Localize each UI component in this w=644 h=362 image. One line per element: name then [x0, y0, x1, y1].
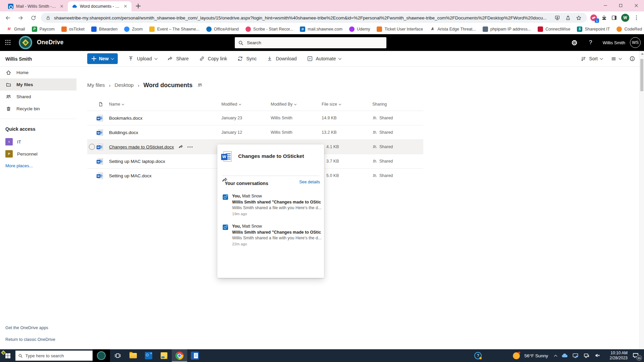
see-details-link[interactable]: See details [299, 180, 320, 184]
row-share-icon[interactable] [178, 144, 183, 149]
sharing-cell[interactable]: Shared [372, 173, 423, 178]
new-tab-button[interactable] [133, 1, 143, 11]
bookmark-codered[interactable]: CodeRed [613, 25, 644, 33]
conversation-item[interactable]: You, Matt Snow Willis Smith shared "Chan… [223, 193, 321, 220]
taskbar-search-box[interactable] [15, 351, 93, 361]
bookmark-connectwise[interactable]: ConnectWise [535, 25, 573, 33]
scroll-up-icon[interactable] [641, 53, 644, 55]
minimize-button[interactable] [598, 0, 613, 11]
hidden-icons-chevron[interactable] [554, 355, 557, 358]
bookmark-osticket[interactable]: osTicket [58, 25, 88, 33]
sidebar-item-recycle-bin[interactable]: Recycle bin [0, 103, 76, 115]
onedrive-search-box[interactable] [235, 37, 386, 48]
info-icon[interactable] [629, 56, 635, 62]
scrollbar-thumb[interactable] [640, 59, 643, 91]
get-onedrive-apps-link[interactable]: Get the OneDrive apps [0, 325, 76, 330]
help-icon[interactable]: ? [584, 34, 597, 51]
account-avatar[interactable]: WS [630, 37, 641, 48]
taskbar-search-input[interactable] [25, 353, 90, 358]
column-header-modified[interactable]: Modified [221, 102, 271, 107]
browser-profile-avatar[interactable]: W [621, 14, 629, 22]
install-app-icon[interactable] [553, 13, 561, 22]
tab-onedrive[interactable]: Word documents - OneDrive [68, 1, 131, 11]
bookmark-sharepoint-it[interactable]: Sharepoint IT [574, 25, 613, 33]
page-scrollbar[interactable] [639, 51, 644, 349]
bookmark-phpipam[interactable]: phpipam IP address... [480, 25, 534, 33]
outlook-app-icon[interactable] [141, 349, 156, 362]
onedrive-cloud-icon[interactable] [561, 352, 568, 359]
cast-icon[interactable] [572, 352, 579, 359]
taskbar-clock[interactable]: 10:10 AM 2/28/2023 [605, 351, 628, 361]
sidebar-item-personnel[interactable]: P Personnel [0, 148, 76, 160]
get-help-icon[interactable]: ? [474, 352, 482, 359]
bookmark-officeathand[interactable]: OfficeAtHand [203, 25, 242, 33]
column-header-file-size[interactable]: File size [322, 102, 372, 107]
column-header-name[interactable]: Name [109, 102, 221, 107]
bookmark-ticket-ui[interactable]: Ticket User Interface [374, 25, 426, 33]
column-header-sharing[interactable]: Sharing [372, 102, 423, 107]
chrome-app-icon[interactable] [172, 349, 187, 362]
sidebar-item-shared[interactable]: Shared [0, 90, 76, 103]
table-row[interactable]: Buildings.docx January 12 Willis Smith 1… [87, 125, 423, 139]
file-name[interactable]: Setting up MAC laptop.docx [109, 159, 165, 164]
bookmark-paycom[interactable]: Paycom [29, 25, 58, 33]
extensions-puzzle-icon[interactable] [601, 15, 607, 21]
back-icon[interactable] [3, 13, 13, 23]
upload-button[interactable]: Upload [128, 56, 157, 62]
share-page-icon[interactable] [564, 13, 572, 22]
app-launcher-icon[interactable] [5, 40, 11, 45]
bookmark-arista[interactable]: Arista Edge Threat... [427, 25, 479, 33]
network-icon[interactable] [583, 352, 590, 359]
conversation-item[interactable]: You, Matt Snow Willis Smith shared "Chan… [223, 224, 321, 250]
row-select-radio[interactable] [89, 144, 95, 150]
weather-sun-icon[interactable] [513, 352, 520, 359]
volume-muted-icon[interactable] [594, 352, 601, 359]
more-places-link[interactable]: More places... [0, 160, 76, 172]
bookmark-gmail[interactable]: Gmail [3, 25, 28, 33]
word-app-icon[interactable] [187, 349, 203, 362]
sharing-cell[interactable]: Shared [372, 116, 423, 120]
breadcrumb-desktop[interactable]: Desktop [115, 82, 134, 88]
bookmark-zoom[interactable]: Zoom [121, 25, 146, 33]
download-button[interactable]: Download [267, 56, 297, 62]
bookmark-udemy[interactable]: Udemy [346, 25, 373, 33]
reload-icon[interactable] [28, 13, 38, 23]
breadcrumb-my-files[interactable]: My files [87, 82, 105, 88]
side-panel-icon[interactable] [611, 15, 617, 21]
tab-close-icon[interactable] [59, 4, 64, 9]
file-explorer-icon[interactable] [125, 349, 141, 362]
file-name[interactable]: Setting up MAC.docx [109, 173, 152, 178]
column-header-modified-by[interactable]: Modified By [271, 102, 322, 107]
action-center-icon[interactable]: 11 [632, 352, 641, 360]
bookmark-star-icon[interactable] [574, 13, 583, 22]
file-name[interactable]: Bookmarks.docx [109, 116, 143, 121]
browser-menu-icon[interactable] [633, 15, 639, 21]
settings-gear-icon[interactable] [568, 34, 581, 51]
automate-button[interactable]: Automate [307, 56, 341, 62]
doc-type-column-icon[interactable] [98, 102, 109, 107]
maximize-button[interactable] [613, 0, 629, 11]
bookmark-scribe[interactable]: Scribe - Start Recor... [243, 25, 296, 33]
account-name[interactable]: Willis Smith [603, 40, 625, 45]
task-view-button[interactable] [110, 349, 125, 362]
row-more-icon[interactable] [187, 146, 193, 147]
new-button[interactable]: New [87, 53, 118, 64]
file-name-link[interactable]: Changes made to OSticket.docx [109, 144, 174, 149]
shared-folder-icon[interactable] [197, 82, 203, 88]
copy-link-button[interactable]: Copy link [199, 56, 227, 62]
sort-button[interactable]: Sort [581, 56, 602, 62]
forward-icon[interactable] [15, 13, 25, 23]
bookmark-mail-shawnee[interactable]: mail.shawnee.com [297, 25, 345, 33]
table-row[interactable]: Bookmarks.docx January 23 Willis Smith 1… [87, 111, 423, 125]
product-title[interactable]: OneDrive [37, 39, 63, 46]
file-name[interactable]: Buildings.docx [109, 130, 138, 135]
tab-close-icon[interactable] [123, 4, 128, 9]
close-button[interactable] [629, 0, 644, 11]
share-button[interactable]: Share [167, 56, 189, 62]
sharing-cell[interactable]: Shared [372, 159, 423, 164]
sharing-cell[interactable]: Shared [372, 130, 423, 135]
tab-outlook[interactable]: Mail - Willis Smith - Outlook [4, 1, 68, 11]
view-options-button[interactable] [611, 56, 622, 62]
pinned-seal-app[interactable] [93, 349, 110, 362]
bookmark-bitwarden[interactable]: Bitwarden [88, 25, 121, 33]
